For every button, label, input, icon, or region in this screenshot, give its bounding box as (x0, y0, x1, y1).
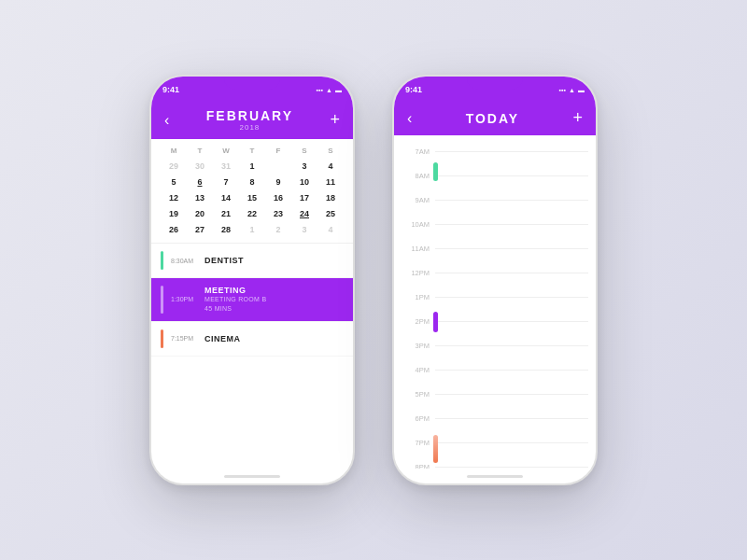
time-line (435, 418, 588, 419)
calendar-cell[interactable]: 25 (317, 206, 344, 221)
event-title: CINEMA (204, 334, 344, 343)
signal-icon: ▪▪▪ (317, 87, 323, 93)
time-label: 10AM (402, 220, 430, 229)
time-row: 5PM (394, 382, 596, 406)
time-line (435, 273, 588, 273)
calendar-week: 12131415161718 (161, 190, 344, 205)
time-row: 3PM (394, 333, 596, 357)
event-color-bar (161, 251, 163, 270)
calendar-cell[interactable]: 22 (239, 206, 265, 221)
event-info: DENTIST (204, 256, 344, 265)
time-line (435, 442, 588, 443)
calendar-cell[interactable]: 2 (265, 222, 291, 237)
time-line (435, 370, 588, 371)
month-title: FEBRUARY (206, 108, 293, 123)
calendar-cell[interactable]: 27 (187, 222, 213, 237)
calendar-cell[interactable]: 30 (187, 159, 213, 174)
calendar-cell[interactable]: 26 (161, 222, 187, 237)
calendar-cell[interactable]: 16 (265, 190, 291, 205)
green-event-bar (433, 162, 438, 181)
calendar-cell[interactable]: 7 (213, 175, 239, 189)
calendar-cell[interactable]: 18 (317, 190, 344, 205)
calendar-cell[interactable]: 1 (239, 222, 265, 237)
calendar-cell[interactable]: 29 (161, 159, 187, 174)
calendar-cell[interactable]: 28 (213, 222, 239, 237)
status-time-1: 9:41 (162, 85, 179, 94)
time-line (435, 224, 588, 225)
time-label: 6PM (402, 414, 430, 423)
day-s1: S (291, 145, 317, 157)
event-item[interactable]: 1:30PMMEETINGMEETING ROOM B 45 MINS (151, 278, 353, 322)
time-label: 11AM (402, 245, 430, 253)
calendar-cell[interactable]: 10 (291, 175, 317, 189)
time-row: 4PM (394, 357, 596, 382)
time-row: 7AM (394, 139, 596, 163)
time-row: 2PM (394, 309, 596, 333)
today-header: ‹ TODAY + (394, 103, 596, 135)
status-bar-1: 9:41 ▪▪▪ ▲ ▬ (151, 77, 353, 103)
time-line (435, 321, 588, 322)
time-line (435, 248, 588, 249)
back-button-2[interactable]: ‹ (407, 110, 412, 127)
calendar-cell[interactable]: 5 (161, 175, 187, 189)
calendar-cell[interactable]: 3 (291, 222, 317, 237)
calendar-cell[interactable]: 9 (265, 175, 291, 189)
back-button-1[interactable]: ‹ (164, 112, 169, 129)
event-title: DENTIST (204, 256, 344, 265)
calendar-cell[interactable]: 23 (265, 206, 291, 221)
calendar-cell[interactable]: 11 (317, 175, 344, 189)
time-line (435, 297, 588, 298)
time-line (435, 200, 588, 201)
header-title-group: FEBRUARY 2018 (206, 108, 293, 132)
time-label: 3PM (402, 342, 430, 350)
time-label: 1PM (402, 293, 430, 301)
calendar-cell[interactable]: 6 (187, 175, 213, 189)
event-color-bar (161, 329, 163, 348)
calendar-cell[interactable]: 24 (291, 206, 317, 221)
calendar-cell[interactable]: 31 (213, 159, 239, 174)
calendar-cell[interactable]: 17 (291, 190, 317, 205)
calendar-cell[interactable]: 8 (239, 175, 265, 189)
calendar-cell[interactable]: 4 (317, 159, 344, 174)
time-label: 8AM (402, 172, 430, 180)
time-row: 12PM (394, 260, 596, 285)
year-title: 2018 (206, 123, 293, 132)
time-row: 1PM (394, 285, 596, 309)
signal-icon-2: ▪▪▪ (559, 87, 566, 93)
calendar-cell[interactable]: 2 (265, 159, 291, 174)
calendar-cell[interactable]: 20 (187, 206, 213, 221)
calendar-cell[interactable]: 21 (213, 206, 239, 221)
event-color-bar (161, 286, 163, 314)
wifi-icon: ▲ (326, 87, 332, 93)
calendar-cell[interactable]: 4 (317, 222, 344, 237)
time-row: 11AM (394, 236, 596, 260)
event-time: 8:30AM (171, 258, 197, 264)
calendar-cell[interactable]: 12 (161, 190, 187, 205)
calendar-cell[interactable]: 1 (239, 159, 265, 174)
day-f: F (265, 145, 291, 157)
home-indicator-1 (151, 469, 353, 483)
calendar-cell[interactable]: 3 (291, 159, 317, 174)
event-item[interactable]: 7:15PMCINEMA (151, 322, 353, 357)
time-label: 8PM (402, 463, 430, 469)
event-sub: MEETING ROOM B 45 MINS (204, 295, 344, 314)
home-indicator-2 (394, 469, 596, 483)
time-line (435, 151, 588, 152)
add-button-1[interactable]: + (330, 110, 340, 130)
today-title-group: TODAY (466, 111, 519, 126)
status-icons-2: ▪▪▪ ▲ ▬ (559, 87, 585, 93)
add-button-2[interactable]: + (572, 108, 583, 128)
calendar-cell[interactable]: 15 (239, 190, 265, 205)
home-bar-2 (467, 475, 523, 478)
calendar-cell[interactable]: 19 (161, 206, 187, 221)
time-label: 2PM (402, 317, 430, 326)
calendar-cell[interactable]: 13 (187, 190, 213, 205)
purple-event-bar (433, 312, 438, 332)
time-label: 7AM (402, 147, 430, 156)
event-item[interactable]: 8:30AMDENTIST (151, 244, 353, 278)
time-line (435, 394, 588, 395)
calendar-weeks: 2930311234567891011121314151617181920212… (161, 159, 344, 237)
time-label: 9AM (402, 196, 430, 204)
calendar-cell[interactable]: 14 (213, 190, 239, 205)
calendar-body: M T W T F S S 29303112345678910111213141… (151, 139, 353, 469)
